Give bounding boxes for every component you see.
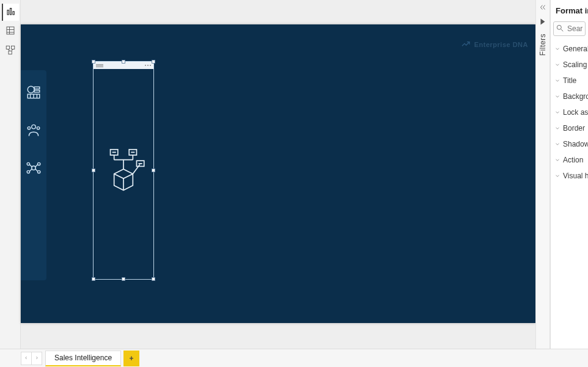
format-section-general[interactable]: General xyxy=(551,41,588,57)
page-tab-sales-intelligence[interactable]: Sales Intelligence xyxy=(45,351,121,366)
format-section-border[interactable]: Border xyxy=(551,120,588,136)
svg-line-30 xyxy=(35,169,37,171)
chevron-down-icon xyxy=(554,140,560,149)
model-view-icon xyxy=(5,45,16,58)
chevron-left-icon xyxy=(24,354,29,363)
svg-line-45 xyxy=(561,29,564,32)
svg-rect-14 xyxy=(34,90,40,92)
svg-rect-2 xyxy=(13,12,14,15)
resize-handle-ne[interactable] xyxy=(152,60,155,64)
svg-point-22 xyxy=(32,166,36,170)
brand-watermark: Enterprise DNA xyxy=(461,39,528,50)
svg-rect-13 xyxy=(34,87,40,89)
resize-handle-n[interactable] xyxy=(122,60,125,64)
data-view-icon xyxy=(5,25,16,38)
product-box-icon xyxy=(99,136,148,195)
view-switcher xyxy=(0,0,21,349)
format-section-title[interactable]: Title xyxy=(551,73,588,89)
svg-point-19 xyxy=(32,125,36,129)
section-label: General xyxy=(563,45,588,53)
section-label: Visual he... xyxy=(563,172,588,180)
resize-handle-se[interactable] xyxy=(152,277,155,281)
nav-sales-summary-button[interactable] xyxy=(25,85,42,102)
section-label: Action xyxy=(563,156,583,164)
format-pane-title: Format image xyxy=(551,0,588,19)
chevron-down-icon xyxy=(554,93,560,101)
expand-filters-button[interactable] xyxy=(541,19,545,25)
svg-point-23 xyxy=(27,162,29,165)
product-network-icon xyxy=(26,160,42,178)
svg-rect-3 xyxy=(7,27,14,34)
report-canvas[interactable]: Enterprise DNA xyxy=(21,24,535,323)
svg-point-12 xyxy=(28,86,34,93)
customer-icon xyxy=(26,122,42,140)
svg-line-27 xyxy=(30,165,32,167)
svg-rect-7 xyxy=(6,46,9,49)
svg-point-21 xyxy=(37,127,39,129)
chevron-down-icon xyxy=(554,125,560,133)
selected-image-visual[interactable] xyxy=(93,61,154,280)
filters-pane-label: Filters xyxy=(538,34,547,56)
nav-customer-button[interactable] xyxy=(25,123,42,140)
svg-point-44 xyxy=(557,25,561,29)
collapse-panes-button[interactable] xyxy=(538,4,548,13)
add-page-button[interactable]: + xyxy=(123,351,139,366)
section-label: Backgro... xyxy=(563,92,588,101)
visual-drag-icon xyxy=(96,64,103,67)
format-search xyxy=(553,21,586,36)
section-label: Lock asp... xyxy=(563,108,588,117)
page-next-button[interactable] xyxy=(31,352,42,365)
chevron-right-icon xyxy=(34,354,39,363)
svg-rect-9 xyxy=(9,51,12,54)
model-view-button[interactable] xyxy=(2,43,19,60)
report-view-icon xyxy=(6,5,17,19)
svg-point-24 xyxy=(38,162,40,165)
format-section-visual-header[interactable]: Visual he... xyxy=(551,168,588,184)
data-view-button[interactable] xyxy=(2,23,19,40)
plus-icon: + xyxy=(130,354,134,363)
section-label: Title xyxy=(563,76,576,85)
section-label: Scaling xyxy=(563,60,587,69)
canvas-area: Enterprise DNA xyxy=(21,0,535,349)
search-icon xyxy=(556,24,564,32)
visual-more-icon xyxy=(145,65,151,66)
chevron-down-icon xyxy=(554,109,560,117)
format-section-shadow[interactable]: Shadow xyxy=(551,136,588,152)
svg-point-25 xyxy=(27,170,29,173)
chevron-down-icon xyxy=(554,77,560,85)
svg-rect-0 xyxy=(7,10,9,15)
resize-handle-s[interactable] xyxy=(122,277,125,281)
chevron-down-icon xyxy=(554,156,560,165)
svg-rect-8 xyxy=(11,46,14,49)
resize-handle-e[interactable] xyxy=(152,169,155,172)
chevron-double-left-icon xyxy=(538,3,547,14)
svg-point-26 xyxy=(38,170,40,173)
chevron-down-icon xyxy=(554,172,560,181)
report-side-nav xyxy=(21,70,46,280)
page-tab-label: Sales Intelligence xyxy=(54,354,112,362)
svg-point-20 xyxy=(28,127,30,129)
format-section-scaling[interactable]: Scaling xyxy=(551,57,588,73)
brand-logo-icon xyxy=(461,39,471,50)
sales-summary-icon xyxy=(26,84,42,103)
format-section-action[interactable]: Action xyxy=(551,152,588,168)
side-rail: Filters xyxy=(535,0,550,349)
svg-rect-1 xyxy=(10,9,11,15)
brand-text: Enterprise DNA xyxy=(474,41,528,48)
chevron-down-icon xyxy=(554,45,560,54)
page-tabs-bar: Sales Intelligence + xyxy=(0,349,588,367)
svg-line-28 xyxy=(35,165,37,167)
format-section-lock-aspect[interactable]: Lock asp... xyxy=(551,104,588,120)
format-section-background[interactable]: Backgro... xyxy=(551,89,588,104)
format-sections: General Scaling Title Backgro... Lock as… xyxy=(551,41,588,184)
resize-handle-nw[interactable] xyxy=(92,60,95,64)
section-label: Shadow xyxy=(563,140,588,148)
page-prev-button[interactable] xyxy=(21,352,32,365)
report-view-button[interactable] xyxy=(2,4,19,21)
chevron-down-icon xyxy=(554,61,560,70)
resize-handle-w[interactable] xyxy=(92,169,95,172)
nav-product-button[interactable] xyxy=(25,161,42,178)
section-label: Border xyxy=(563,124,585,133)
format-pane: Format image General Scaling Title Backg… xyxy=(550,0,588,349)
resize-handle-sw[interactable] xyxy=(92,277,95,281)
